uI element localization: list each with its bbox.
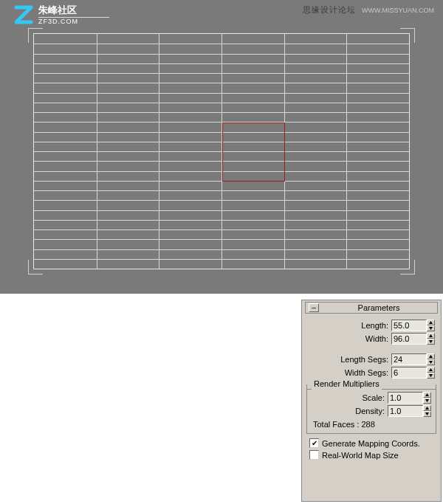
density-spinner[interactable] xyxy=(388,405,431,417)
spinner-up-icon[interactable] xyxy=(423,405,431,411)
scale-label: Scale: xyxy=(362,393,385,402)
width-input[interactable] xyxy=(391,333,427,345)
spinner-up-icon[interactable] xyxy=(427,320,435,325)
length-input[interactable] xyxy=(391,320,427,331)
rollout-header[interactable]: – Parameters xyxy=(305,302,438,314)
length-segs-input[interactable] xyxy=(391,353,427,365)
scale-spinner[interactable] xyxy=(388,392,431,404)
render-multipliers-group: Render Multipliers Scale: Density: xyxy=(306,384,436,434)
width-segs-row: Width Segs: xyxy=(305,367,438,379)
length-row: Length: xyxy=(305,320,438,331)
selection-gizmo[interactable] xyxy=(222,122,285,182)
watermark-text: 思缘设计论坛 xyxy=(303,5,356,14)
generate-mapping-checkbox[interactable]: ✔ xyxy=(309,438,319,448)
plane-object[interactable] xyxy=(33,33,410,269)
width-row: Width: xyxy=(305,333,438,345)
density-label: Density: xyxy=(355,407,385,415)
check-icon: ✔ xyxy=(312,440,317,447)
width-segs-spinner[interactable] xyxy=(391,367,435,379)
generate-mapping-row[interactable]: ✔ Generate Mapping Coords. xyxy=(309,438,433,448)
plane-wireframe xyxy=(34,34,409,269)
density-input[interactable] xyxy=(388,405,423,417)
watermark: 思缘设计论坛 WWW.MISSYUAN.COM xyxy=(303,4,434,15)
spinner-down-icon[interactable] xyxy=(427,339,435,345)
generate-mapping-label: Generate Mapping Coords. xyxy=(322,439,420,448)
collapse-button[interactable]: – xyxy=(309,303,319,312)
scale-input[interactable] xyxy=(388,392,423,404)
spinner-down-icon[interactable] xyxy=(423,398,431,404)
parameters-panel: – Parameters Length: Width: Length Segs: xyxy=(301,300,442,502)
spinner-down-icon[interactable] xyxy=(427,359,435,365)
render-multipliers-legend: Render Multipliers xyxy=(312,379,382,388)
length-segs-row: Length Segs: xyxy=(305,353,438,365)
spinner-down-icon[interactable] xyxy=(427,373,435,379)
length-segs-label: Length Segs: xyxy=(340,355,388,364)
length-spinner[interactable] xyxy=(391,320,435,331)
spinner-up-icon[interactable] xyxy=(427,367,435,373)
spinner-down-icon[interactable] xyxy=(427,325,435,331)
real-world-checkbox[interactable] xyxy=(309,450,319,460)
logo: 朱峰社区 ZF3D.COM xyxy=(13,4,109,25)
width-segs-input[interactable] xyxy=(391,367,427,379)
spinner-up-icon[interactable] xyxy=(427,353,435,359)
rollout-title: Parameters xyxy=(323,303,434,312)
viewport[interactable]: 思缘设计论坛 WWW.MISSYUAN.COM 朱峰社区 ZF3D.COM xyxy=(0,0,443,294)
watermark-url: WWW.MISSYUAN.COM xyxy=(362,7,434,14)
total-faces: Total Faces : 288 xyxy=(309,418,434,430)
density-row: Density: xyxy=(309,405,434,417)
scale-row: Scale: xyxy=(309,392,434,404)
spinner-up-icon[interactable] xyxy=(427,333,435,339)
real-world-row[interactable]: Real-World Map Size xyxy=(309,450,433,460)
length-label: Length: xyxy=(361,321,388,330)
logo-title: 朱峰社区 xyxy=(38,5,109,15)
width-segs-label: Width Segs: xyxy=(345,368,388,377)
logo-subtitle: ZF3D.COM xyxy=(38,18,109,25)
logo-icon xyxy=(13,4,34,25)
spinner-down-icon[interactable] xyxy=(423,411,431,417)
width-spinner[interactable] xyxy=(391,333,435,345)
width-label: Width: xyxy=(365,334,388,343)
real-world-label: Real-World Map Size xyxy=(322,451,399,460)
length-segs-spinner[interactable] xyxy=(391,353,435,365)
